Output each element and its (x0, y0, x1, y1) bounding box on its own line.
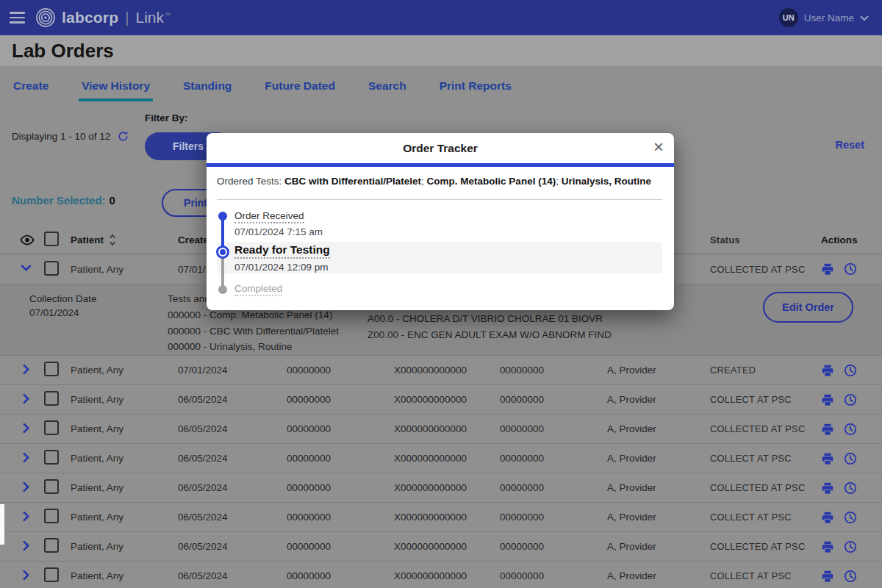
close-icon[interactable]: × (653, 137, 664, 158)
ordered-test: CBC with Differential/Platelet (284, 176, 421, 187)
modal-divider (217, 199, 662, 200)
tracker-step-order-received: Order Received07/01/2024 7:15 am (234, 210, 323, 237)
left-edge-highlight (0, 504, 4, 545)
ordered-test: Urinalysis, Routine (562, 176, 651, 187)
order-tracker-modal: Order Tracker × Ordered Tests: CBC with … (207, 133, 674, 310)
tracker-step-completed: Completed (234, 283, 282, 296)
tracker-step-timestamp: 07/01/2024 12:09 pm (234, 262, 330, 273)
lab-orders-page: labcorp | Link™ UN User Name Lab Orders … (0, 0, 882, 588)
step-dot-pending (218, 285, 227, 294)
tracker-step-timestamp: 07/01/2024 7:15 am (234, 226, 323, 237)
tracker-step-label[interactable]: Ready for Testing (234, 243, 330, 259)
tracker-step-label[interactable]: Completed (234, 283, 282, 296)
step-dot-complete (218, 212, 227, 220)
modal-accent-bar (207, 163, 674, 167)
tracker-step-ready-for-testing: Ready for Testing07/01/2024 12:09 pm (234, 243, 330, 273)
ordered-tests-line: Ordered Tests: CBC with Differential/Pla… (217, 176, 664, 187)
ordered-tests-label: Ordered Tests: (217, 176, 282, 187)
modal-title: Order Tracker (207, 142, 674, 155)
ordered-tests-values: CBC with Differential/Platelet; Comp. Me… (284, 176, 651, 187)
tracker-step-label[interactable]: Order Received (234, 210, 304, 223)
ordered-test: Comp. Metabolic Panel (14) (427, 176, 556, 187)
step-dot-current (216, 245, 229, 259)
